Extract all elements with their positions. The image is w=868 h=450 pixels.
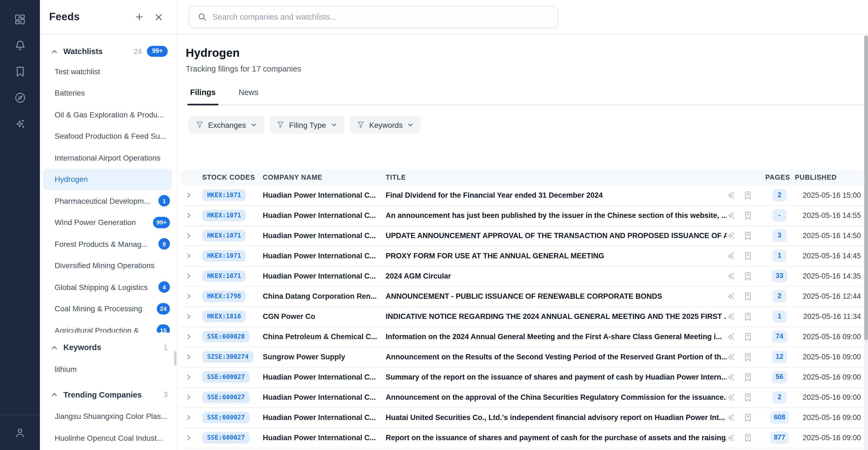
trending-companies-section-header[interactable]: Trending Companies 3 [40,380,177,404]
filing-type-filter-button[interactable]: Filing Type [270,116,345,134]
sparkles-icon[interactable] [726,413,735,422]
sparkles-icon[interactable] [726,191,735,200]
bookmark-add-icon[interactable] [744,413,752,422]
expand-row-icon[interactable] [185,353,194,360]
compass-icon[interactable] [13,91,27,105]
watchlist-item[interactable]: Wind Power Generation 99+ [43,212,172,233]
watchlist-item[interactable]: Hydrogen [43,168,172,190]
funnel-icon [357,121,364,128]
sparkles-icon[interactable] [726,312,735,321]
pages-badge: - [772,210,786,222]
close-panel-button[interactable] [155,13,163,21]
filing-row[interactable]: HKEX:1071 Huadian Power International C.… [180,246,864,266]
watchlist-item[interactable]: Coal Mining & Processing 24 [43,298,172,319]
watchlist-item[interactable]: Pharmaceutical Developm... 1 [43,190,172,212]
sparkles-icon[interactable] [726,373,735,382]
sparkles-icon[interactable] [726,433,735,442]
bookmark-add-icon[interactable] [744,433,752,442]
bookmark-add-icon[interactable] [744,292,752,301]
search-input[interactable] [213,12,550,21]
keywords-section-header[interactable]: Keywords 1 [40,332,177,357]
filing-row[interactable]: SZSE:300274 Sungrow Power Supply Announc… [180,347,864,367]
filing-row[interactable]: HKEX:1071 Huadian Power International C.… [180,205,864,226]
filing-title-cell: Information on the 2024 Annual General M… [386,332,726,341]
sidebar-item-label: lithium [55,365,77,374]
expand-row-icon[interactable] [185,434,194,441]
bookmark-add-icon[interactable] [744,231,752,240]
watchlist-item[interactable]: Global Shipping & Logistics 4 [43,276,172,298]
filing-row[interactable]: HKEX:1071 Huadian Power International C.… [180,226,864,246]
user-icon[interactable] [13,425,27,440]
sparkles-icon[interactable] [726,252,735,260]
pages-badge: 1 [772,311,786,323]
filing-row[interactable]: SSE:600027 Huadian Power International C… [180,387,864,408]
keywords-filter-button[interactable]: Keywords [349,116,421,134]
sparkles-icon[interactable] [726,393,735,402]
sparkles-icon[interactable] [726,353,735,361]
bookmark-add-icon[interactable] [744,272,752,281]
add-feed-button[interactable] [135,12,144,21]
filing-row[interactable]: HKEX:1816 CGN Power Co INDICATIVE NOTICE… [180,307,864,327]
expand-row-icon[interactable] [185,272,194,280]
search-box[interactable] [188,6,558,28]
bookmark-add-icon[interactable] [744,191,752,200]
filing-row[interactable]: SSE:600027 Huadian Power International C… [180,408,864,428]
filing-row[interactable]: SSE:600028 China Petroleum & Chemical C.… [180,327,864,347]
watchlists-section-header[interactable]: Watchlists 24 99+ [40,34,177,61]
bookmark-add-icon[interactable] [744,373,752,382]
bookmark-add-icon[interactable] [744,353,752,361]
chevron-up-icon [51,344,58,351]
expand-row-icon[interactable] [185,293,194,300]
sparkles-icon[interactable] [726,231,735,240]
tab-filings[interactable]: Filings [187,88,218,104]
main-scrollbar[interactable] [864,35,868,450]
watchlist-item[interactable]: Test watchlist [43,61,172,82]
sparkles-icon[interactable] [726,211,735,220]
sparkles-icon[interactable] [726,332,735,341]
watchlist-item[interactable]: Forest Products & Manag... 9 [43,233,172,255]
bookmark-add-icon[interactable] [744,312,752,321]
sparkles-icon[interactable] [726,272,735,281]
watchlist-item[interactable]: Batteries [43,82,172,104]
watchlist-item[interactable]: Seafood Production & Feed Su... [43,125,172,147]
keyword-item[interactable]: lithium [43,358,172,380]
expand-row-icon[interactable] [185,232,194,239]
bookmark-add-icon[interactable] [744,211,752,220]
sparkles-icon[interactable] [13,117,27,131]
bookmark-add-icon[interactable] [744,393,752,402]
expand-row-icon[interactable] [185,313,194,320]
expand-row-icon[interactable] [185,333,194,340]
company-name-cell: China Datang Corporation Ren... [263,292,386,300]
sparkles-icon[interactable] [726,292,735,301]
filing-row[interactable]: SSE:600027 Huadian Power International C… [180,428,864,448]
bookmark-add-icon[interactable] [744,332,752,341]
main-scrollbar-thumb[interactable] [864,35,868,340]
watchlist-item[interactable]: International Airport Operations [43,147,172,168]
trending-company-item[interactable]: Jiangsu Shuangxing Color Plas... [43,406,172,427]
bell-icon[interactable] [13,38,27,53]
column-header-title: TITLE [386,174,726,182]
filing-row[interactable]: HKEX:1071 Huadian Power International C.… [180,185,864,205]
sidebar-scrollbar-thumb[interactable] [174,351,177,365]
watchlist-item[interactable]: Agricultural Production & 15 [43,319,172,332]
bookmark-icon[interactable] [13,64,27,78]
watchlist-item[interactable]: Diversified Mining Operations [43,255,172,276]
filing-row[interactable]: SSE:600027 Huadian Power International C… [180,367,864,387]
expand-row-icon[interactable] [185,374,194,381]
company-name-cell: Huadian Power International C... [263,373,386,381]
expand-row-icon[interactable] [185,394,194,401]
tab-news[interactable]: News [236,88,261,104]
bookmark-add-icon[interactable] [744,252,752,260]
filing-row[interactable]: HKEX:1071 Huadian Power International C.… [180,266,864,286]
trending-company-item[interactable]: Huolinhe Opencut Coal Indust... [43,427,172,449]
expand-row-icon[interactable] [185,252,194,259]
filing-title-cell: Final Dividend for the Financial Year en… [386,191,726,199]
filing-row[interactable]: HKEX:1798 China Datang Corporation Ren..… [180,286,864,307]
sidebar-item-badge: 99+ [153,217,170,228]
expand-row-icon[interactable] [185,212,194,219]
watchlist-item[interactable]: Oil & Gas Exploration & Produ... [43,104,172,125]
expand-row-icon[interactable] [185,192,194,199]
dashboard-icon[interactable] [13,12,27,26]
expand-row-icon[interactable] [185,414,194,421]
exchanges-filter-button[interactable]: Exchanges [188,116,265,134]
